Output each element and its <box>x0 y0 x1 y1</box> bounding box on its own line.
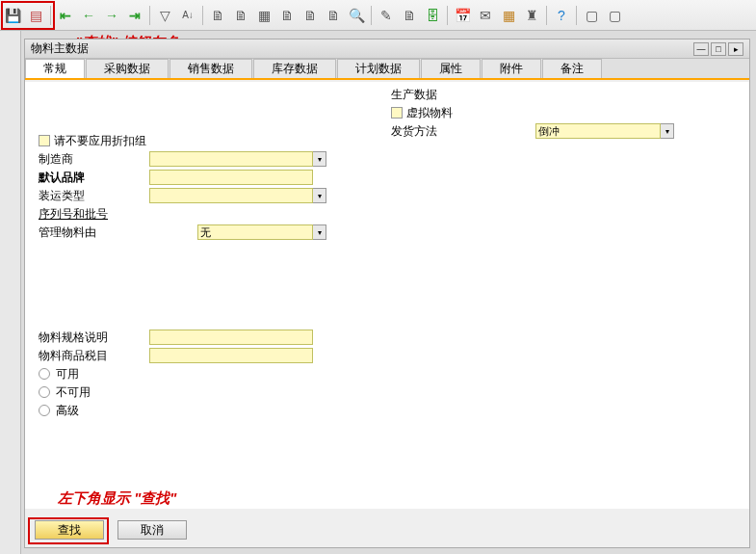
ship-type-label: 装运类型 <box>39 188 149 204</box>
maximize-button[interactable]: □ <box>711 42 726 56</box>
separator <box>371 6 372 25</box>
right-column: 生产数据 虚拟物料 发货方法 ▾ <box>391 86 674 141</box>
radio-unavailable[interactable] <box>39 386 50 398</box>
minimize-button[interactable]: — <box>693 42 709 56</box>
ship-method-input[interactable] <box>535 123 661 139</box>
form-body: 请不要应用折扣组 制造商 ▾ 默认品牌 装运类型 ▾ 序列号和批号 管理物料由 … <box>25 82 749 509</box>
left-vertical-bar <box>0 31 21 554</box>
separator <box>576 6 577 25</box>
virtual-checkbox[interactable] <box>391 107 403 119</box>
ship-type-input[interactable] <box>149 188 313 203</box>
window-title: 物料主数据 <box>31 40 89 57</box>
tax-item-label: 物料商品税目 <box>39 348 149 364</box>
list-icon[interactable]: ▤ <box>25 4 46 27</box>
window-titlebar: 物料主数据 — □ ▸ <box>25 40 749 59</box>
cancel-button[interactable]: 取消 <box>117 520 187 540</box>
manage-by-label: 管理物料由 <box>39 224 149 241</box>
default-brand-input[interactable] <box>149 170 313 185</box>
tab-inventory[interactable]: 库存数据 <box>253 59 336 78</box>
tax-item-input[interactable] <box>149 348 313 363</box>
calendar-icon[interactable]: 📅 <box>452 4 473 27</box>
tab-purchase[interactable]: 采购数据 <box>86 59 169 78</box>
separator <box>202 6 203 25</box>
help-icon[interactable]: ? <box>551 4 572 27</box>
ship-method-label: 发货方法 <box>391 123 535 140</box>
ship-type-dropdown[interactable]: ▾ <box>313 188 326 203</box>
separator <box>447 6 448 25</box>
tab-planning[interactable]: 计划数据 <box>337 59 420 78</box>
material-master-window: 物料主数据 — □ ▸ 常规 采购数据 销售数据 库存数据 计划数据 属性 附件… <box>24 39 750 548</box>
manage-by-dropdown[interactable]: ▾ <box>313 224 326 240</box>
note-icon[interactable]: 🗎 <box>399 4 420 27</box>
doc1-icon[interactable]: 🗎 <box>207 4 228 27</box>
mail-icon[interactable]: ✉ <box>475 4 496 27</box>
edit-icon[interactable]: ✎ <box>376 4 397 27</box>
doc2-icon[interactable]: 🗎 <box>230 4 251 27</box>
radio-available[interactable] <box>39 368 50 380</box>
spec-desc-label: 物料规格说明 <box>39 330 149 346</box>
save-icon[interactable]: 💾 <box>2 4 23 27</box>
expand-button[interactable]: ▸ <box>728 42 743 56</box>
tab-general[interactable]: 常规 <box>25 59 85 78</box>
tab-strip: 常规 采购数据 销售数据 库存数据 计划数据 属性 附件 备注 <box>25 59 749 80</box>
spec-desc-input[interactable] <box>149 330 313 345</box>
radio-unavailable-label: 不可用 <box>56 384 91 401</box>
find-button[interactable]: 查找 <box>35 520 104 540</box>
tab-properties[interactable]: 属性 <box>421 59 481 78</box>
first-icon[interactable]: ⇤ <box>55 4 76 27</box>
separator <box>546 6 547 25</box>
radio-advanced-label: 高级 <box>56 403 79 419</box>
tab-sales[interactable]: 销售数据 <box>169 59 252 78</box>
find-icon[interactable]: 🔍 <box>346 4 367 27</box>
manufacturer-input[interactable] <box>149 151 313 167</box>
grid-icon[interactable]: ▦ <box>498 4 519 27</box>
manufacturer-label: 制造商 <box>39 151 149 168</box>
serial-batch-label: 序列号和批号 <box>39 206 149 223</box>
separator <box>50 6 51 25</box>
box2-icon[interactable]: ▢ <box>604 4 625 27</box>
ship-method-dropdown[interactable]: ▾ <box>661 123 674 139</box>
tab-remarks[interactable]: 备注 <box>542 59 602 78</box>
prev-icon[interactable]: ← <box>78 4 99 27</box>
manufacturer-dropdown[interactable]: ▾ <box>313 151 326 167</box>
last-icon[interactable]: ⇥ <box>124 4 145 27</box>
sort-icon[interactable]: A↓ <box>177 4 198 27</box>
button-row: 查找 取消 <box>35 520 187 540</box>
prod-data-label: 生产数据 <box>391 87 437 103</box>
box1-icon[interactable]: ▢ <box>581 4 602 27</box>
doc4-icon[interactable]: 🗎 <box>300 4 321 27</box>
default-brand-label: 默认品牌 <box>39 170 149 186</box>
virtual-label: 虚拟物料 <box>406 105 453 121</box>
calc-icon[interactable]: ▦ <box>253 4 274 27</box>
manage-by-input[interactable] <box>197 224 313 240</box>
org-icon[interactable]: ♜ <box>521 4 542 27</box>
doc5-icon[interactable]: 🗎 <box>323 4 344 27</box>
discount-label: 请不要应用折扣组 <box>54 133 146 149</box>
doc3-icon[interactable]: 🗎 <box>276 4 298 27</box>
radio-advanced[interactable] <box>39 405 50 416</box>
separator <box>149 6 150 25</box>
tab-attachment[interactable]: 附件 <box>482 59 541 78</box>
db-icon[interactable]: 🗄 <box>422 4 443 27</box>
next-icon[interactable]: → <box>101 4 122 27</box>
radio-available-label: 可用 <box>56 366 79 383</box>
main-toolbar: 💾 ▤ ⇤ ← → ⇥ ▽ A↓ 🗎 🗎 ▦ 🗎 🗎 🗎 🔍 ✎ 🗎 🗄 📅 ✉… <box>0 0 756 31</box>
discount-checkbox[interactable] <box>39 135 50 146</box>
filter-icon[interactable]: ▽ <box>154 4 175 27</box>
